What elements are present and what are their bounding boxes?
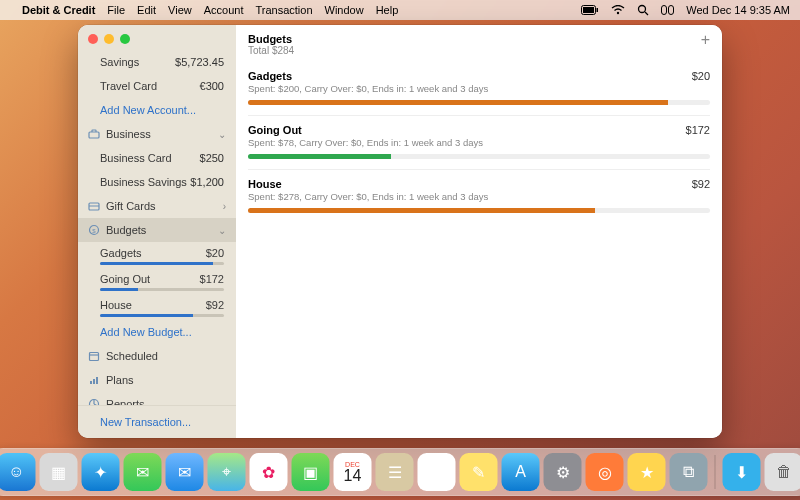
svg-line-5: [645, 12, 648, 15]
sidebar-budget-item[interactable]: Gadgets$20: [78, 242, 236, 268]
dock-trash[interactable]: 🗑: [765, 453, 801, 491]
group-label: Budgets: [106, 224, 212, 236]
maximize-button[interactable]: [120, 34, 130, 44]
budget-detail: Spent: $278, Carry Over: $0, Ends in: 1 …: [248, 191, 488, 202]
sidebar-budget-item[interactable]: Going Out$172: [78, 268, 236, 294]
svg-rect-13: [90, 353, 99, 361]
svg-point-3: [617, 12, 619, 14]
main-title: Budgets: [248, 33, 294, 45]
dock-app-reminders[interactable]: ☑: [418, 453, 456, 491]
svg-rect-15: [90, 381, 92, 384]
budget-remaining: $92: [692, 178, 710, 190]
budget-row[interactable]: HouseSpent: $278, Carry Over: $0, Ends i…: [248, 169, 710, 223]
sidebar-group-business[interactable]: Business ⌄: [78, 122, 236, 146]
chevron-down-icon: ⌄: [218, 225, 226, 236]
svg-rect-16: [93, 379, 95, 384]
main-panel: Budgets Total $284 + GadgetsSpent: $200,…: [236, 25, 722, 438]
account-name: Business Savings: [100, 176, 187, 188]
dock-app-facetime[interactable]: ▣: [292, 453, 330, 491]
budget-detail: Spent: $78, Carry Over: $0, Ends in: 1 w…: [248, 137, 483, 148]
menu-edit[interactable]: Edit: [137, 4, 156, 16]
briefcase-icon: [88, 128, 100, 140]
dock-app-maps[interactable]: ⌖: [208, 453, 246, 491]
wifi-icon[interactable]: [611, 5, 625, 15]
mac-menubar: Debit & Credit File Edit View Account Tr…: [0, 0, 800, 20]
budget-progress-bar: [248, 154, 710, 159]
menu-transaction[interactable]: Transaction: [255, 4, 312, 16]
budget-name: Gadgets: [248, 70, 488, 82]
menu-account[interactable]: Account: [204, 4, 244, 16]
dock-downloads[interactable]: ⬇: [723, 453, 761, 491]
budget-name: Going Out: [100, 273, 150, 285]
budget-progress-bar: [248, 100, 710, 105]
minimize-button[interactable]: [104, 34, 114, 44]
dock-app-app1[interactable]: ◎: [586, 453, 624, 491]
account-row-savings[interactable]: Savings $5,723.45: [78, 50, 236, 74]
dock-app-photos[interactable]: ✿: [250, 453, 288, 491]
add-budget-button[interactable]: +: [701, 33, 710, 47]
sidebar: Savings $5,723.45 Travel Card €300 Add N…: [78, 25, 236, 438]
dock-divider: [715, 455, 716, 489]
dock-app-contacts[interactable]: ☰: [376, 453, 414, 491]
menubar-datetime[interactable]: Wed Dec 14 9:35 AM: [686, 4, 790, 16]
budget-remaining: $20: [692, 70, 710, 82]
item-label: Plans: [106, 374, 226, 386]
menubar-app-name[interactable]: Debit & Credit: [22, 4, 95, 16]
budget-progress-bar: [248, 208, 710, 213]
account-row-business-card[interactable]: Business Card $250: [78, 146, 236, 170]
svg-rect-6: [662, 6, 667, 15]
dock-app-notes[interactable]: ✎: [460, 453, 498, 491]
search-icon[interactable]: [637, 4, 649, 16]
dock-app-calendar[interactable]: DEC14: [334, 453, 372, 491]
budget-progress-bar: [100, 288, 224, 291]
chevron-down-icon: ⌄: [218, 129, 226, 140]
dock-app-launchpad[interactable]: ▦: [40, 453, 78, 491]
battery-icon[interactable]: [581, 5, 599, 15]
dock-app-app2[interactable]: ★: [628, 453, 666, 491]
budget-name: Gadgets: [100, 247, 142, 259]
menu-help[interactable]: Help: [376, 4, 399, 16]
app-window: Savings $5,723.45 Travel Card €300 Add N…: [78, 25, 722, 438]
dock-app-settings[interactable]: ⚙: [544, 453, 582, 491]
menu-file[interactable]: File: [107, 4, 125, 16]
svg-point-4: [639, 6, 646, 13]
account-row-travel-card[interactable]: Travel Card €300: [78, 74, 236, 98]
new-transaction-link[interactable]: New Transaction...: [78, 405, 236, 438]
close-button[interactable]: [88, 34, 98, 44]
add-new-budget-link[interactable]: Add New Budget...: [78, 320, 236, 344]
sidebar-item-scheduled[interactable]: Scheduled: [78, 344, 236, 368]
sidebar-group-gift-cards[interactable]: Gift Cards ›: [78, 194, 236, 218]
menu-window[interactable]: Window: [325, 4, 364, 16]
menu-view[interactable]: View: [168, 4, 192, 16]
svg-rect-2: [597, 8, 599, 12]
sidebar-item-reports[interactable]: Reports: [78, 392, 236, 405]
budget-row[interactable]: Going OutSpent: $78, Carry Over: $0, End…: [248, 115, 710, 169]
gift-card-icon: [88, 200, 100, 212]
budget-amount: $92: [206, 299, 224, 311]
control-center-icon[interactable]: [661, 5, 674, 15]
group-label: Business: [106, 128, 212, 140]
dock-app-safari[interactable]: ✦: [82, 453, 120, 491]
dock: ☺▦✦✉✉⌖✿▣DEC14☰☑✎A⚙◎★⧉⬇🗑: [0, 448, 800, 496]
budget-name: House: [100, 299, 132, 311]
sidebar-budget-item[interactable]: House$92: [78, 294, 236, 320]
account-row-business-savings[interactable]: Business Savings $1,200: [78, 170, 236, 194]
sidebar-item-plans[interactable]: Plans: [78, 368, 236, 392]
plans-icon: [88, 374, 100, 386]
budget-row[interactable]: GadgetsSpent: $200, Carry Over: $0, Ends…: [248, 62, 710, 115]
budget-name: House: [248, 178, 488, 190]
sidebar-group-budgets[interactable]: $ Budgets ⌄: [78, 218, 236, 242]
calendar-icon: [88, 350, 100, 362]
dock-app-app3[interactable]: ⧉: [670, 453, 708, 491]
dock-app-mail[interactable]: ✉: [166, 453, 204, 491]
budget-progress-bar: [100, 262, 224, 265]
dock-app-finder[interactable]: ☺: [0, 453, 36, 491]
item-label: Scheduled: [106, 350, 226, 362]
budget-amount: $172: [200, 273, 224, 285]
add-new-account-link[interactable]: Add New Account...: [78, 98, 236, 122]
budget-list: GadgetsSpent: $200, Carry Over: $0, Ends…: [236, 62, 722, 223]
svg-rect-17: [96, 377, 98, 384]
dock-app-messages[interactable]: ✉: [124, 453, 162, 491]
dock-app-appstore[interactable]: A: [502, 453, 540, 491]
account-balance: $1,200: [190, 176, 224, 188]
